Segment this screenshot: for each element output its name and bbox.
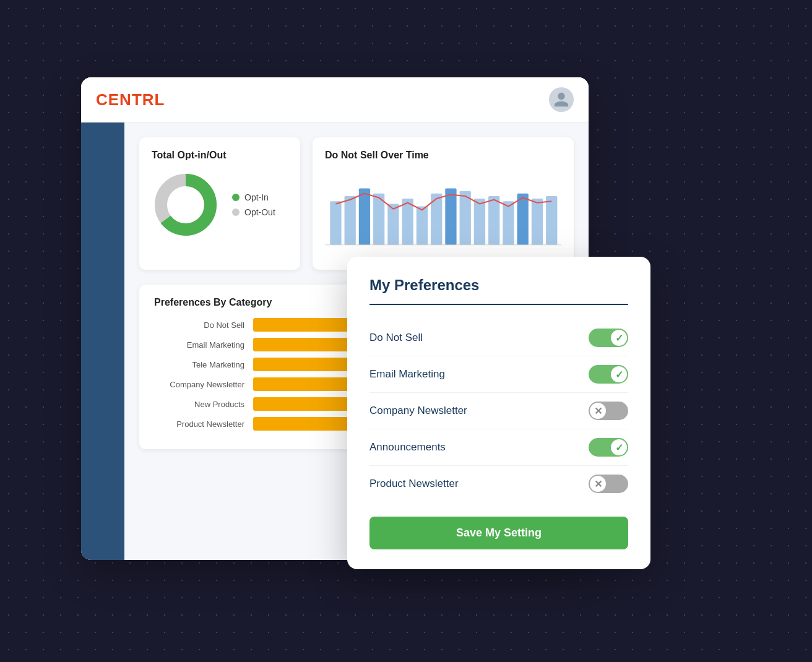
toggle-0[interactable]: ✓ [589, 329, 628, 347]
sidebar [81, 123, 124, 560]
donut-container: Opt-In Opt-Out [152, 171, 288, 239]
panel-title: My Preferences [369, 277, 628, 294]
logo: CENTRL [96, 90, 165, 110]
toggle-track-2[interactable]: ✕ [589, 402, 628, 420]
toggle-track-3[interactable]: ✓ [589, 438, 628, 457]
line-chart-card: Do Not Sell Over Time [313, 137, 574, 270]
pref-item-1: Email Marketing ✓ [369, 356, 628, 393]
legend: Opt-In Opt-Out [232, 192, 275, 217]
svg-rect-5 [359, 188, 370, 244]
check-icon-0: ✓ [615, 332, 623, 344]
avatar[interactable] [549, 87, 574, 112]
svg-rect-16 [517, 194, 529, 245]
line-chart-title: Do Not Sell Over Time [325, 150, 561, 161]
category-label-2: Tele Marketing [154, 360, 253, 369]
panel-divider [369, 304, 628, 305]
svg-rect-12 [460, 191, 471, 245]
svg-point-2 [168, 187, 203, 222]
svg-rect-9 [417, 207, 428, 245]
toggle-2[interactable]: ✕ [589, 402, 628, 420]
user-icon [553, 91, 570, 108]
svg-rect-8 [402, 199, 413, 245]
toggle-track-4[interactable]: ✕ [589, 475, 628, 493]
pref-item-3: Announcements ✓ [369, 429, 628, 466]
svg-rect-18 [546, 196, 557, 245]
svg-rect-4 [345, 196, 356, 245]
toggle-3[interactable]: ✓ [589, 438, 628, 457]
donut-chart-card: Total Opt-in/Out [139, 137, 300, 270]
bar-chart-area [325, 171, 561, 257]
toggle-1[interactable]: ✓ [589, 365, 628, 384]
pref-label-4: Product Newsletter [369, 478, 459, 490]
bar-chart-svg [325, 171, 561, 257]
check-icon-1: ✓ [615, 369, 623, 380]
opt-in-label: Opt-In [244, 192, 269, 202]
charts-row: Total Opt-in/Out [139, 137, 574, 270]
pref-label-2: Company Newsletter [369, 405, 467, 417]
donut-svg [152, 171, 220, 239]
x-icon-4: ✕ [594, 478, 602, 490]
opt-out-label: Opt-Out [244, 207, 275, 217]
category-label-1: Email Marketing [154, 340, 253, 350]
toggle-knob-3: ✓ [611, 439, 627, 455]
preferences-panel: My Preferences Do Not Sell ✓ Email Marke… [347, 257, 650, 569]
donut-chart-title: Total Opt-in/Out [152, 150, 288, 161]
category-label-0: Do Not Sell [154, 320, 253, 330]
toggle-track-0[interactable]: ✓ [589, 329, 628, 347]
svg-rect-13 [474, 199, 485, 245]
svg-rect-11 [445, 188, 456, 244]
save-button[interactable]: Save My Setting [369, 517, 628, 549]
toggle-knob-4: ✕ [590, 476, 606, 492]
pref-item-4: Product Newsletter ✕ [369, 466, 628, 502]
svg-rect-14 [488, 196, 499, 245]
svg-rect-15 [503, 201, 514, 245]
svg-rect-17 [532, 199, 543, 245]
svg-rect-7 [387, 204, 399, 244]
toggle-4[interactable]: ✕ [589, 475, 628, 493]
legend-item-opt-out: Opt-Out [232, 207, 275, 217]
pref-label-3: Announcements [369, 441, 446, 454]
pref-label-0: Do Not Sell [369, 332, 423, 344]
toggle-track-1[interactable]: ✓ [589, 365, 628, 384]
pref-item-0: Do Not Sell ✓ [369, 320, 628, 356]
header: CENTRL [81, 77, 589, 123]
pref-item-2: Company Newsletter ✕ [369, 393, 628, 429]
pref-label-1: Email Marketing [369, 368, 445, 380]
x-icon-2: ✕ [594, 405, 602, 417]
check-icon-3: ✓ [615, 442, 623, 454]
svg-rect-3 [330, 201, 341, 245]
toggle-knob-1: ✓ [611, 366, 627, 382]
opt-out-dot [232, 208, 240, 216]
category-label-4: New Products [154, 400, 253, 409]
toggle-knob-0: ✓ [611, 330, 627, 346]
legend-item-opt-in: Opt-In [232, 192, 275, 202]
category-label-5: Product Newsletter [154, 419, 253, 429]
opt-in-dot [232, 194, 240, 201]
scene: CENTRL Total Opt-in/Out [81, 53, 731, 609]
category-label-3: Company Newsletter [154, 380, 253, 389]
toggle-knob-2: ✕ [590, 403, 606, 419]
